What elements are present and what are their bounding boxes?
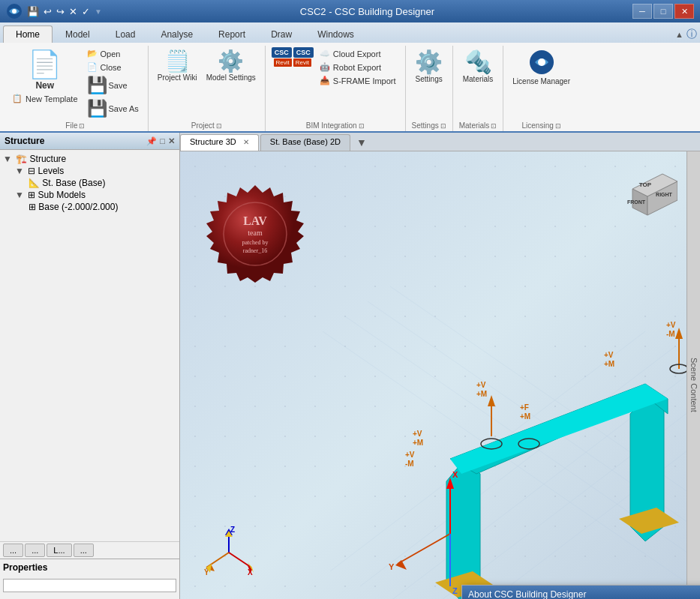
properties-input[interactable]	[3, 579, 176, 592]
tab-home[interactable]: Home	[3, 25, 53, 43]
svg-line-26	[398, 534, 450, 564]
materials-button[interactable]: 🔩 Materials	[460, 47, 497, 85]
ribbon-group-file: 📄 New 📋 New Template 📂 Open 📄	[3, 46, 149, 131]
tree-btn-3[interactable]: L...	[47, 544, 71, 557]
about-dialog: About CSC Building Designer ✕ F	[461, 585, 700, 599]
pin-icon[interactable]: 📌	[146, 136, 157, 146]
file-group-arrow[interactable]: ⊡	[79, 122, 85, 130]
project-group-arrow[interactable]: ⊡	[216, 122, 222, 130]
new-template-button[interactable]: 📋 New Template	[9, 92, 81, 105]
svg-point-1	[12, 9, 17, 13]
cloud-export-button[interactable]: ☁️ Cloud Export	[317, 47, 399, 60]
quick-access-check[interactable]: ✓	[82, 6, 90, 17]
svg-point-3	[538, 58, 545, 66]
settings-button[interactable]: ⚙️ Settings	[412, 47, 446, 85]
tree-btn-4[interactable]: ...	[74, 544, 94, 557]
tree-item-stbase[interactable]: 📐 St. Base (Base)	[27, 177, 176, 189]
viewport-3d[interactable]: X Y Z +V -M +F +M +V	[180, 151, 700, 599]
svg-text:+V: +V	[604, 351, 614, 359]
tab-draw[interactable]: Draw	[258, 25, 305, 43]
save-button[interactable]: 💾 Save	[84, 74, 142, 97]
svg-text:TOP: TOP	[639, 181, 652, 188]
svg-marker-17	[630, 395, 664, 541]
minimize-button[interactable]: ─	[632, 4, 652, 19]
close-button[interactable]: 📄 Close	[84, 61, 142, 73]
ribbon-group-bim: CSC CSC Revit Revit ☁️ Cloud Export	[266, 46, 406, 131]
tree-btn-1[interactable]: ...	[3, 544, 23, 557]
close-button[interactable]: ✕	[674, 4, 694, 19]
settings-group-arrow[interactable]: ⊡	[440, 122, 446, 130]
sframe-import-button[interactable]: 📥 S-FRAME Import	[317, 74, 399, 87]
folder-icon: 📂	[87, 49, 98, 58]
header-close-icon[interactable]: ✕	[168, 136, 175, 146]
tab-report[interactable]: Report	[206, 25, 258, 43]
ribbon-info[interactable]: ⓘ	[686, 28, 697, 41]
svg-text:patched by: patched by	[242, 239, 269, 246]
tree-item-levels[interactable]: ▼ ⊟ Levels	[15, 165, 176, 177]
svg-text:+V: +V	[476, 381, 486, 389]
svg-text:-M: -M	[405, 460, 414, 468]
tab-load[interactable]: Load	[103, 25, 149, 43]
tab-stbase2d[interactable]: St. Base (Base) 2D	[260, 134, 350, 151]
tree-item-structure[interactable]: ▼ 🏗️ Structure	[3, 153, 176, 165]
saveas-icon: 💾	[87, 99, 107, 118]
robot-export-button[interactable]: 🤖 Robot Export	[317, 61, 399, 73]
tree-btn-2[interactable]: ...	[25, 544, 45, 557]
model-settings-button[interactable]: ⚙️ Model Settings	[203, 47, 259, 83]
ribbon-group-project: 🗒️ Project Wiki ⚙️ Model Settings Projec…	[149, 46, 266, 131]
base-icon: ⊞	[29, 202, 36, 212]
tree-item-submodels[interactable]: ▼ ⊞ Sub Models	[15, 189, 176, 201]
svg-point-49	[481, 439, 502, 449]
properties-panel: Properties	[0, 559, 179, 599]
svg-text:FRONT: FRONT	[627, 199, 646, 205]
svg-text:radner_16: radner_16	[243, 247, 267, 254]
bim-group-arrow[interactable]: ⊡	[359, 122, 365, 130]
project-wiki-button[interactable]: 🗒️ Project Wiki	[155, 47, 200, 83]
open-button[interactable]: 📂 Open	[84, 47, 142, 60]
quick-access-delete[interactable]: ✕	[69, 6, 77, 17]
csc-revit-icon: CSC CSC	[272, 47, 314, 58]
svg-text:+M: +M	[476, 390, 487, 398]
tab-windows[interactable]: Windows	[305, 25, 367, 43]
tree: ▼ 🏗️ Structure ▼ ⊟ Levels 📐 St. Base (Ba…	[0, 150, 179, 541]
ribbon-help[interactable]: ▲	[675, 30, 683, 39]
main-area: Structure 📌 □ ✕ ▼ 🏗️ Structure ▼ ⊟ Level…	[0, 133, 700, 599]
tab-close-3d[interactable]: ✕	[243, 138, 249, 146]
save-icon: 💾	[87, 76, 107, 95]
submodels-icon: ⊞	[28, 190, 35, 200]
svg-marker-24	[446, 478, 454, 489]
tab-analyse[interactable]: Analyse	[148, 25, 206, 43]
view-tabs: Structure 3D ✕ St. Base (Base) 2D ▼	[180, 133, 700, 151]
quick-access-undo[interactable]: ↩	[44, 6, 52, 17]
saveas-button[interactable]: 💾 Save As	[84, 97, 142, 120]
svg-text:+M: +M	[413, 439, 423, 447]
svg-line-10	[330, 331, 645, 571]
licensing-group-arrow[interactable]: ⊡	[555, 122, 561, 130]
license-manager-button[interactable]: License Manager	[509, 47, 573, 87]
tab-model[interactable]: Model	[53, 25, 103, 43]
header-expand-icon[interactable]: □	[160, 136, 165, 146]
quick-access-redo[interactable]: ↪	[56, 6, 65, 17]
svg-marker-32	[675, 328, 683, 339]
svg-line-11	[368, 301, 700, 586]
tree-item-base[interactable]: ⊞ Base (-2.000/2.000)	[27, 201, 176, 213]
materials-icon: 🔩	[464, 49, 492, 75]
maximize-button[interactable]: □	[653, 4, 673, 19]
orientation-cube: TOP FRONT RIGHT	[617, 159, 677, 219]
wax-seal: LAV team patched by radner_16	[203, 181, 308, 286]
svg-text:+V: +V	[405, 451, 415, 459]
ribbon: Home Model Load Analyse Report Draw Wind…	[0, 22, 700, 133]
new-button[interactable]: 📄 New	[25, 47, 65, 92]
quick-access-save[interactable]: 💾	[27, 6, 39, 17]
stbase-icon: 📐	[29, 178, 40, 188]
tab-structure3d[interactable]: Structure 3D ✕	[180, 134, 259, 151]
titlebar: 💾 ↩ ↪ ✕ ✓ ▼ CSC2 - CSC Building Designer…	[0, 0, 700, 22]
tab-add[interactable]: ▼	[352, 134, 371, 151]
about-dialog-titlebar: About CSC Building Designer ✕	[462, 586, 700, 599]
materials-group-arrow[interactable]: ⊡	[491, 122, 497, 130]
svg-marker-22	[619, 508, 679, 534]
license-icon	[528, 49, 555, 77]
svg-text:LAV: LAV	[243, 214, 267, 227]
svg-line-14	[323, 331, 700, 599]
scene-content-panel: Scene Content	[686, 151, 700, 599]
